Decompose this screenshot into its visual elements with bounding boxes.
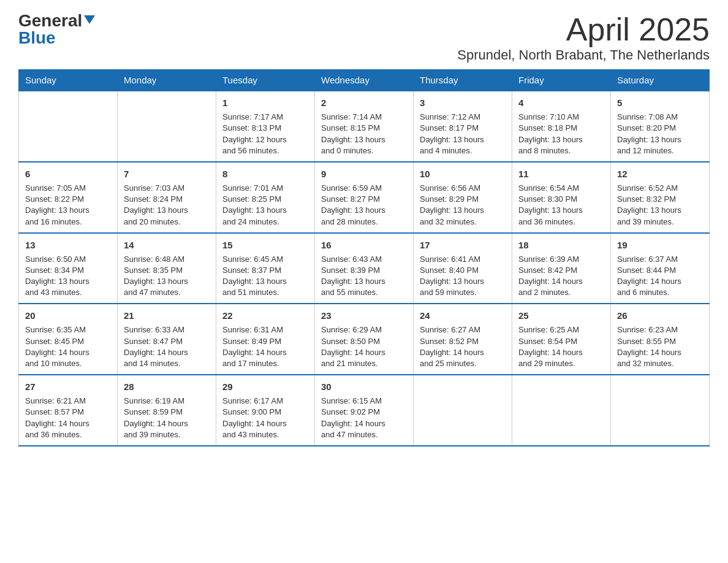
day-info: Sunrise: 6:17 AM Sunset: 9:00 PM Dayligh… [222, 396, 308, 440]
calendar-week-4: 20Sunrise: 6:35 AM Sunset: 8:45 PM Dayli… [19, 304, 710, 375]
logo-general: General [18, 12, 82, 29]
month-title: April 2025 [457, 12, 710, 47]
calendar-cell: 16Sunrise: 6:43 AM Sunset: 8:39 PM Dayli… [315, 233, 414, 304]
day-number: 14 [124, 239, 210, 251]
day-number: 15 [222, 239, 308, 251]
day-info: Sunrise: 6:27 AM Sunset: 8:52 PM Dayligh… [420, 324, 506, 369]
calendar-cell: 29Sunrise: 6:17 AM Sunset: 9:00 PM Dayli… [216, 375, 315, 446]
calendar-header-row: SundayMondayTuesdayWednesdayThursdayFrid… [19, 70, 710, 91]
day-number: 11 [518, 167, 604, 180]
day-info: Sunrise: 6:39 AM Sunset: 8:42 PM Dayligh… [518, 254, 604, 299]
calendar-week-3: 13Sunrise: 6:50 AM Sunset: 8:34 PM Dayli… [19, 233, 710, 304]
day-number: 17 [420, 239, 506, 251]
logo-arrow-icon [84, 15, 95, 24]
calendar-cell: 24Sunrise: 6:27 AM Sunset: 8:52 PM Dayli… [414, 304, 512, 375]
calendar-cell: 4Sunrise: 7:10 AM Sunset: 8:18 PM Daylig… [512, 91, 611, 162]
calendar-week-1: 1Sunrise: 7:17 AM Sunset: 8:13 PM Daylig… [19, 91, 710, 162]
calendar-cell: 7Sunrise: 7:03 AM Sunset: 8:24 PM Daylig… [118, 162, 216, 233]
day-number: 9 [321, 167, 407, 180]
calendar-cell: 20Sunrise: 6:35 AM Sunset: 8:45 PM Dayli… [19, 304, 118, 375]
calendar-header-thursday: Thursday [414, 70, 512, 91]
calendar-header-sunday: Sunday [19, 70, 118, 91]
day-info: Sunrise: 6:59 AM Sunset: 8:27 PM Dayligh… [321, 183, 407, 228]
calendar-cell: 27Sunrise: 6:21 AM Sunset: 8:57 PM Dayli… [19, 375, 118, 446]
day-info: Sunrise: 6:37 AM Sunset: 8:44 PM Dayligh… [617, 254, 703, 299]
calendar-cell [611, 375, 710, 446]
day-info: Sunrise: 6:45 AM Sunset: 8:37 PM Dayligh… [222, 254, 308, 299]
calendar-cell: 5Sunrise: 7:08 AM Sunset: 8:20 PM Daylig… [611, 91, 710, 162]
day-info: Sunrise: 6:23 AM Sunset: 8:55 PM Dayligh… [617, 324, 703, 369]
calendar-cell [512, 375, 611, 446]
day-number: 22 [222, 309, 308, 322]
calendar-cell: 13Sunrise: 6:50 AM Sunset: 8:34 PM Dayli… [19, 233, 118, 304]
day-number: 8 [222, 167, 308, 180]
calendar-cell: 15Sunrise: 6:45 AM Sunset: 8:37 PM Dayli… [216, 233, 315, 304]
location-title: Sprundel, North Brabant, The Netherlands [457, 47, 710, 63]
calendar-cell: 17Sunrise: 6:41 AM Sunset: 8:40 PM Dayli… [414, 233, 512, 304]
day-number: 30 [321, 380, 407, 393]
calendar-cell: 26Sunrise: 6:23 AM Sunset: 8:55 PM Dayli… [611, 304, 710, 375]
day-info: Sunrise: 6:19 AM Sunset: 8:59 PM Dayligh… [124, 396, 210, 440]
day-info: Sunrise: 7:12 AM Sunset: 8:17 PM Dayligh… [420, 112, 506, 156]
logo-blue: Blue [18, 28, 56, 47]
calendar-cell: 6Sunrise: 7:05 AM Sunset: 8:22 PM Daylig… [19, 162, 118, 233]
title-section: April 2025 Sprundel, North Brabant, The … [457, 12, 710, 63]
day-number: 13 [25, 239, 111, 251]
day-info: Sunrise: 6:29 AM Sunset: 8:50 PM Dayligh… [321, 324, 407, 369]
day-number: 4 [518, 96, 604, 109]
day-number: 18 [518, 239, 604, 251]
day-info: Sunrise: 6:31 AM Sunset: 8:49 PM Dayligh… [222, 324, 308, 369]
day-info: Sunrise: 6:25 AM Sunset: 8:54 PM Dayligh… [518, 324, 604, 369]
day-info: Sunrise: 6:33 AM Sunset: 8:47 PM Dayligh… [124, 324, 210, 369]
calendar-cell [414, 375, 512, 446]
calendar-header-saturday: Saturday [611, 70, 710, 91]
day-info: Sunrise: 7:14 AM Sunset: 8:15 PM Dayligh… [321, 112, 407, 156]
page-header: General Blue April 2025 Sprundel, North … [18, 12, 710, 63]
calendar-cell: 14Sunrise: 6:48 AM Sunset: 8:35 PM Dayli… [118, 233, 216, 304]
day-info: Sunrise: 6:43 AM Sunset: 8:39 PM Dayligh… [321, 254, 407, 299]
calendar-header-monday: Monday [118, 70, 216, 91]
calendar-cell [19, 91, 118, 162]
calendar-cell: 1Sunrise: 7:17 AM Sunset: 8:13 PM Daylig… [216, 91, 315, 162]
calendar-cell: 23Sunrise: 6:29 AM Sunset: 8:50 PM Dayli… [315, 304, 414, 375]
day-number: 27 [25, 380, 111, 393]
day-number: 12 [617, 167, 703, 180]
day-number: 3 [420, 96, 506, 109]
day-info: Sunrise: 7:08 AM Sunset: 8:20 PM Dayligh… [617, 112, 703, 156]
calendar-cell: 18Sunrise: 6:39 AM Sunset: 8:42 PM Dayli… [512, 233, 611, 304]
calendar-cell: 25Sunrise: 6:25 AM Sunset: 8:54 PM Dayli… [512, 304, 611, 375]
day-number: 25 [518, 309, 604, 322]
day-number: 2 [321, 96, 407, 109]
day-info: Sunrise: 7:05 AM Sunset: 8:22 PM Dayligh… [25, 183, 111, 228]
day-info: Sunrise: 7:01 AM Sunset: 8:25 PM Dayligh… [222, 183, 308, 228]
day-info: Sunrise: 6:52 AM Sunset: 8:32 PM Dayligh… [617, 183, 703, 228]
calendar-cell: 30Sunrise: 6:15 AM Sunset: 9:02 PM Dayli… [315, 375, 414, 446]
day-info: Sunrise: 6:15 AM Sunset: 9:02 PM Dayligh… [321, 396, 407, 440]
calendar-week-2: 6Sunrise: 7:05 AM Sunset: 8:22 PM Daylig… [19, 162, 710, 233]
calendar-cell: 21Sunrise: 6:33 AM Sunset: 8:47 PM Dayli… [118, 304, 216, 375]
day-number: 5 [617, 96, 703, 109]
day-info: Sunrise: 6:21 AM Sunset: 8:57 PM Dayligh… [25, 396, 111, 440]
calendar-header-tuesday: Tuesday [216, 70, 315, 91]
day-info: Sunrise: 6:48 AM Sunset: 8:35 PM Dayligh… [124, 254, 210, 299]
calendar-cell: 3Sunrise: 7:12 AM Sunset: 8:17 PM Daylig… [414, 91, 512, 162]
calendar-header-wednesday: Wednesday [315, 70, 414, 91]
day-number: 6 [25, 167, 111, 180]
day-info: Sunrise: 6:35 AM Sunset: 8:45 PM Dayligh… [25, 324, 111, 369]
svg-marker-0 [84, 15, 95, 24]
calendar-cell [118, 91, 216, 162]
day-info: Sunrise: 7:10 AM Sunset: 8:18 PM Dayligh… [518, 112, 604, 156]
day-info: Sunrise: 7:03 AM Sunset: 8:24 PM Dayligh… [124, 183, 210, 228]
calendar-cell: 2Sunrise: 7:14 AM Sunset: 8:15 PM Daylig… [315, 91, 414, 162]
day-number: 29 [222, 380, 308, 393]
day-number: 19 [617, 239, 703, 251]
day-number: 20 [25, 309, 111, 322]
day-number: 16 [321, 239, 407, 251]
day-number: 10 [420, 167, 506, 180]
day-info: Sunrise: 6:54 AM Sunset: 8:30 PM Dayligh… [518, 183, 604, 228]
day-info: Sunrise: 6:41 AM Sunset: 8:40 PM Dayligh… [420, 254, 506, 299]
calendar-week-5: 27Sunrise: 6:21 AM Sunset: 8:57 PM Dayli… [19, 375, 710, 446]
day-number: 28 [124, 380, 210, 393]
day-number: 21 [124, 309, 210, 322]
day-number: 23 [321, 309, 407, 322]
